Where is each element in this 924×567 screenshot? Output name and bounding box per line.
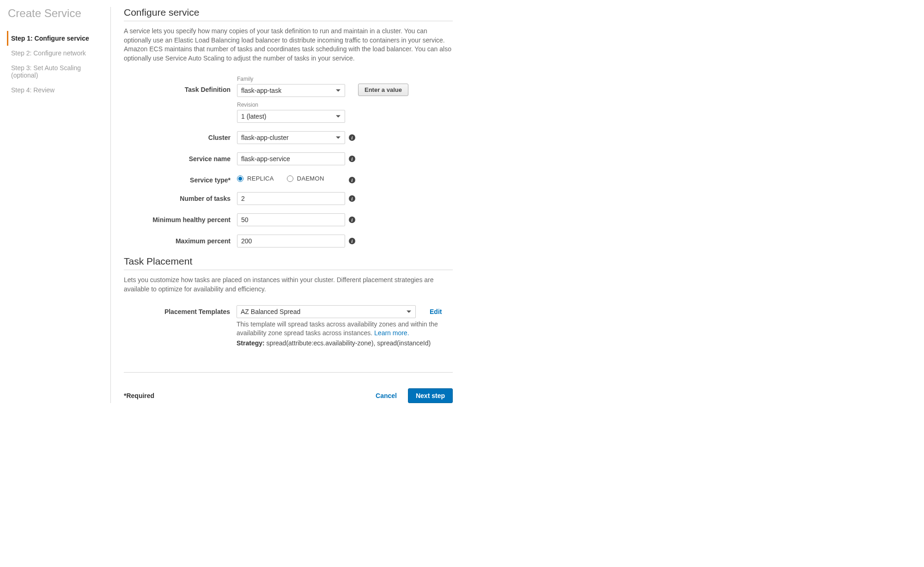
configure-service-description: A service lets you specify how many copi…	[124, 27, 453, 63]
required-note: *Required	[124, 392, 154, 399]
info-icon[interactable]: i	[349, 156, 355, 162]
edit-link[interactable]: Edit	[430, 308, 442, 315]
cluster-label: Cluster	[124, 131, 237, 141]
service-type-row: Service type* REPLICA DAEMON i	[124, 174, 453, 184]
revision-select[interactable]	[237, 110, 345, 123]
strategy-value: spread(attribute:ecs.availability-zone),…	[265, 339, 431, 347]
main-content: Configure service A service lets you spe…	[111, 7, 453, 403]
cluster-select[interactable]	[237, 131, 345, 144]
task-definition-label: Task Definition	[124, 76, 237, 93]
daemon-radio[interactable]	[287, 175, 293, 182]
task-placement-description: Lets you customize how tasks are placed …	[124, 276, 453, 294]
service-name-input[interactable]	[237, 152, 345, 165]
task-definition-row: Task Definition Family Revision Enter a …	[124, 76, 453, 123]
step-configure-network[interactable]: Step 2: Configure network	[7, 46, 103, 60]
number-of-tasks-input[interactable]	[237, 192, 345, 205]
task-placement-title: Task Placement	[124, 256, 453, 270]
service-name-row: Service name i	[124, 152, 453, 165]
replica-radio[interactable]	[237, 175, 243, 182]
cancel-button[interactable]: Cancel	[376, 392, 397, 399]
info-icon[interactable]: i	[349, 217, 355, 223]
number-of-tasks-label: Number of tasks	[124, 192, 237, 202]
placement-template-select[interactable]	[237, 305, 416, 318]
family-select[interactable]	[237, 84, 345, 97]
step-review[interactable]: Step 4: Review	[7, 83, 103, 97]
configure-service-title: Configure service	[124, 7, 453, 21]
enter-value-button[interactable]: Enter a value	[358, 84, 408, 96]
min-healthy-row: Minimum healthy percent i	[124, 213, 453, 226]
placement-templates-row: Placement Templates Edit This template w…	[124, 305, 453, 347]
strategy-label: Strategy:	[237, 339, 265, 347]
daemon-label: DAEMON	[297, 175, 324, 182]
service-name-label: Service name	[124, 152, 237, 163]
next-step-button[interactable]: Next step	[408, 388, 453, 403]
revision-sublabel: Revision	[237, 102, 345, 108]
service-type-daemon[interactable]: DAEMON	[287, 175, 324, 182]
strategy-line: Strategy: spread(attribute:ecs.availabil…	[237, 339, 453, 347]
replica-label: REPLICA	[247, 175, 274, 182]
max-percent-input[interactable]	[237, 235, 345, 247]
learn-more-link[interactable]: Learn more.	[374, 329, 409, 337]
info-icon[interactable]: i	[349, 238, 355, 244]
service-type-replica[interactable]: REPLICA	[237, 175, 274, 182]
service-type-label: Service type*	[124, 174, 237, 184]
placement-template-description: This template will spread tasks across a…	[237, 320, 453, 338]
min-healthy-input[interactable]	[237, 213, 345, 226]
wizard-footer: *Required Cancel Next step	[124, 372, 453, 403]
step-configure-service[interactable]: Step 1: Configure service	[7, 31, 103, 46]
step-list: Step 1: Configure service Step 2: Config…	[7, 31, 103, 97]
max-percent-label: Maximum percent	[124, 235, 237, 245]
info-icon[interactable]: i	[349, 195, 355, 202]
min-healthy-label: Minimum healthy percent	[124, 213, 237, 223]
info-icon[interactable]: i	[349, 134, 355, 141]
family-sublabel: Family	[237, 76, 345, 82]
wizard-sidebar: Create Service Step 1: Configure service…	[7, 7, 111, 403]
info-icon[interactable]: i	[349, 177, 355, 183]
step-auto-scaling[interactable]: Step 3: Set Auto Scaling (optional)	[7, 60, 103, 83]
placement-templates-label: Placement Templates	[124, 305, 237, 315]
cluster-row: Cluster i	[124, 131, 453, 144]
wizard-title: Create Service	[7, 7, 103, 20]
number-of-tasks-row: Number of tasks i	[124, 192, 453, 205]
max-percent-row: Maximum percent i	[124, 235, 453, 247]
